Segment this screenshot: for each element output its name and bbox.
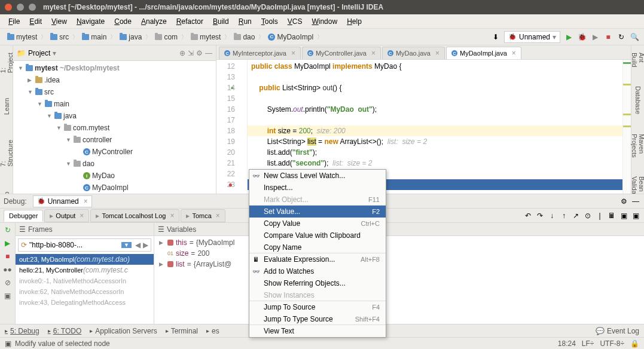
frame-list[interactable]: out:23, MyDaoImpl (com.mytest.dao)hello:… xyxy=(16,254,154,324)
debug-tab[interactable]: ▸Output× xyxy=(44,209,89,222)
menu-analyze[interactable]: Analyze xyxy=(136,16,172,27)
tree-node[interactable]: ▼java xyxy=(13,110,216,122)
update-icon[interactable]: ↻ xyxy=(616,32,626,42)
menu-item-copy-name[interactable]: Copy Name xyxy=(249,241,386,253)
bottom-tab[interactable]: ▸6: TODO xyxy=(48,327,82,335)
run-icon[interactable]: ▶ xyxy=(564,32,573,42)
debug-tab[interactable]: ▸Tomca× xyxy=(181,209,225,222)
menu-item-compare-value-with-clipboard[interactable]: Compare Value with Clipboard xyxy=(249,229,386,241)
lock-icon[interactable]: 🔒 xyxy=(630,339,639,348)
tree-node[interactable]: ▼src xyxy=(13,86,216,98)
run-config-selector[interactable]: 🐞 Unnamed ▾ xyxy=(504,31,560,43)
menu-item-copy-value[interactable]: Copy ValueCtrl+C xyxy=(249,218,386,229)
project-panel-title[interactable]: Project xyxy=(28,49,50,57)
scroll-from-source-icon[interactable]: ⊕ xyxy=(179,49,185,57)
close-icon[interactable]: × xyxy=(291,49,295,57)
menu-item-jump-to-type-source[interactable]: Jump To Type SourceShift+F4 xyxy=(249,313,386,325)
frame-row[interactable]: invoke0:-1, NativeMethodAccessorIn xyxy=(16,275,154,286)
hide-icon[interactable]: — xyxy=(631,197,640,206)
tree-node[interactable]: IMyDao xyxy=(13,170,216,182)
rerun-icon[interactable]: ↻ xyxy=(3,225,13,235)
view-breakpoints-icon[interactable]: ●● xyxy=(3,265,13,274)
settings-icon[interactable]: ⚙ xyxy=(196,49,203,57)
step-icon[interactable]: ↶ xyxy=(523,211,533,221)
thread-selector[interactable]: ⟳ "http-bio-8080-... ▼ ◀ ▶ xyxy=(18,238,151,252)
settings-icon[interactable]: ⚙ xyxy=(619,197,628,206)
menu-vcs[interactable]: VCS xyxy=(283,16,307,27)
menu-edit[interactable]: Edit xyxy=(25,16,47,27)
menu-item-inspect[interactable]: Inspect... xyxy=(249,182,386,194)
menu-item-add-to-watches[interactable]: 👓Add to Watches xyxy=(249,265,386,277)
tool-tab-learn[interactable]: Learn xyxy=(2,94,11,118)
tree-node[interactable]: ▼dao xyxy=(13,158,216,170)
menu-run[interactable]: Run xyxy=(234,16,257,27)
variable-row[interactable]: ▶ list = {ArrayList@ xyxy=(154,259,644,270)
menu-code[interactable]: Code xyxy=(109,16,136,27)
frame-row[interactable]: invoke:43, DelegatingMethodAccess xyxy=(16,297,154,308)
breadcrumb-item[interactable]: com xyxy=(152,32,180,42)
breadcrumb-item[interactable]: dao xyxy=(231,32,257,42)
debug-tab[interactable]: Debugger xyxy=(4,210,43,222)
resume-icon[interactable]: ▶ xyxy=(3,238,13,248)
breadcrumb-item[interactable]: src xyxy=(48,32,71,42)
tree-node[interactable]: CMyDaoImpl xyxy=(13,182,216,194)
frame-row[interactable]: hello:21, MyController (com.mytest.c xyxy=(16,265,154,275)
debug-tab[interactable]: ▸Tomcat Localhost Log× xyxy=(90,209,179,222)
bottom-tab[interactable]: ▸Application Servers xyxy=(90,327,157,335)
editor-tab[interactable]: CMyDaoImpl.java× xyxy=(446,47,521,59)
context-menu[interactable]: 👓New Class Level Watch...Inspect...Mark … xyxy=(249,169,386,338)
tool-tab-beanvalidation[interactable]: Bean Validation xyxy=(630,173,645,194)
tree-node[interactable]: ▼controller xyxy=(13,134,216,146)
menu-build[interactable]: Build xyxy=(208,16,234,27)
menu-view[interactable]: View xyxy=(47,16,72,27)
tool-tab-project[interactable]: 1: Project xyxy=(0,49,15,76)
maximize-icon[interactable] xyxy=(29,4,36,11)
tree-node[interactable]: ▼com.mytest xyxy=(13,122,216,134)
step-icon[interactable]: ↷ xyxy=(535,211,545,221)
tree-node[interactable]: ▼mytest ~/Desktop/mytest xyxy=(13,62,216,74)
debug-icon[interactable]: 🐞 xyxy=(577,32,587,42)
close-icon[interactable] xyxy=(5,4,12,11)
menu-item-show-referring-objects[interactable]: Show Referring Objects... xyxy=(249,277,386,289)
tool-tab-antbuild[interactable]: Ant Build xyxy=(630,49,645,71)
menu-item-evaluate-expression[interactable]: 🖩Evaluate Expression...Alt+F8 xyxy=(249,253,386,265)
breadcrumb-item[interactable]: CMyDaoImpl xyxy=(265,32,316,42)
menu-item-view-text[interactable]: View Text xyxy=(249,325,386,337)
file-encoding[interactable]: UTF-8÷ xyxy=(600,339,624,348)
layout-icon[interactable]: ▣ xyxy=(3,291,13,301)
frame-row[interactable]: invoke:62, NativeMethodAccessorIn xyxy=(16,286,154,297)
editor-tab[interactable]: CMyDao.java× xyxy=(382,47,445,59)
menu-item-new-class-level-watch[interactable]: 👓New Class Level Watch... xyxy=(249,170,386,182)
error-stripe[interactable] xyxy=(622,60,631,194)
tool-tab-structure[interactable]: 7: Structure xyxy=(0,136,15,170)
step-icon[interactable]: 🖩 xyxy=(607,211,616,221)
frame-row[interactable]: out:23, MyDaoImpl (com.mytest.dao) xyxy=(16,254,154,265)
status-icon[interactable]: ▣ xyxy=(5,339,11,348)
breadcrumb-item[interactable]: main xyxy=(80,32,109,42)
mute-breakpoints-icon[interactable]: ⊘ xyxy=(3,278,13,287)
stop-icon[interactable]: ■ xyxy=(603,32,613,42)
step-icon[interactable]: ▣ xyxy=(619,211,628,221)
step-icon[interactable]: ▣ xyxy=(631,211,640,221)
menu-window[interactable]: Window xyxy=(307,16,342,27)
variable-row[interactable]: 01 size = 200 xyxy=(154,248,644,259)
menu-item-jump-to-source[interactable]: Jump To SourceF4 xyxy=(249,301,386,313)
line-separator[interactable]: LF÷ xyxy=(582,339,594,348)
menu-tools[interactable]: Tools xyxy=(257,16,283,27)
menu-file[interactable]: File xyxy=(4,16,25,27)
breadcrumb-item[interactable]: mytest xyxy=(188,32,223,42)
bottom-tab[interactable]: ▸Terminal xyxy=(166,327,198,335)
breadcrumb-item[interactable]: java xyxy=(117,32,144,42)
bottom-tab[interactable]: ▸es xyxy=(206,327,219,335)
hide-icon[interactable]: — xyxy=(205,49,212,57)
variables-list[interactable]: ▶ this = {MyDaoImpl01 size = 200▶ list =… xyxy=(154,236,644,324)
project-tree[interactable]: ▼mytest ~/Desktop/mytest▶.idea▼src▼main▼… xyxy=(13,61,216,194)
dropdown-icon[interactable]: ▼ xyxy=(121,242,132,248)
minimize-icon[interactable] xyxy=(17,4,24,11)
close-icon[interactable]: × xyxy=(371,49,376,57)
debug-session-tab[interactable]: 🐞 Unnamed × xyxy=(33,195,92,207)
step-icon[interactable]: ↑ xyxy=(559,211,569,221)
menu-refactor[interactable]: Refactor xyxy=(172,16,208,27)
editor-tab[interactable]: CMyInterceptor.java× xyxy=(219,47,301,59)
step-icon[interactable]: | xyxy=(595,211,605,221)
